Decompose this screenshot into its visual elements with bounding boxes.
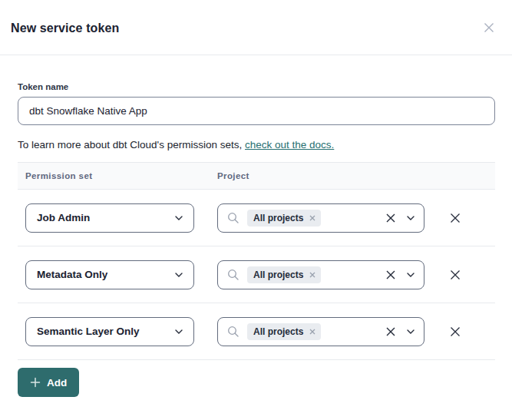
- page-title: New service token: [11, 20, 119, 35]
- project-tag-label: All projects: [253, 270, 303, 280]
- project-multiselect[interactable]: All projects: [217, 203, 424, 233]
- remove-tag-button[interactable]: [309, 215, 315, 221]
- column-header-project: Project: [217, 171, 495, 180]
- search-icon: [227, 269, 239, 281]
- permission-set-select[interactable]: Semantic Layer Only: [25, 317, 194, 346]
- remove-tag-button[interactable]: [309, 272, 315, 278]
- add-row-section: Add: [18, 368, 495, 397]
- permission-set-select[interactable]: Metadata Only: [25, 260, 194, 289]
- table-row: Metadata Only All projects: [18, 246, 495, 303]
- modal-header: New service token: [0, 0, 512, 55]
- clear-selection-button[interactable]: [385, 213, 396, 223]
- docs-link[interactable]: check out the docs.: [245, 139, 334, 150]
- clear-selection-button[interactable]: [385, 326, 396, 337]
- selected-permission-label: Semantic Layer Only: [37, 326, 140, 337]
- permissions-info-text: To learn more about dbt Cloud's permissi…: [18, 139, 495, 150]
- table-header-row: Permission set Project: [18, 162, 495, 190]
- chevron-down-icon: [175, 216, 183, 220]
- selected-permission-label: Job Admin: [37, 212, 90, 223]
- project-tag: All projects: [247, 210, 321, 227]
- search-icon: [227, 326, 239, 338]
- search-icon: [227, 212, 239, 224]
- selected-permission-label: Metadata Only: [37, 269, 107, 280]
- modal-body: Token name To learn more about dbt Cloud…: [0, 82, 512, 397]
- add-button-label: Add: [47, 377, 67, 389]
- remove-row-button[interactable]: [449, 212, 461, 224]
- token-name-label: Token name: [18, 82, 495, 91]
- project-tag: All projects: [247, 323, 321, 340]
- permissions-table: Permission set Project Job Admin All pro: [18, 162, 495, 360]
- remove-row-button[interactable]: [449, 269, 461, 281]
- close-icon: [483, 21, 495, 34]
- new-service-token-modal: New service token Token name To learn mo…: [0, 0, 512, 420]
- permission-set-select[interactable]: Job Admin: [25, 203, 194, 233]
- token-name-input[interactable]: [18, 97, 495, 125]
- chevron-down-icon: [175, 273, 183, 277]
- table-row: Job Admin All projects: [18, 190, 495, 246]
- column-header-permission-set: Permission set: [18, 171, 217, 180]
- chevron-down-icon: [407, 273, 415, 277]
- info-text: To learn more about dbt Cloud's permissi…: [18, 139, 245, 150]
- add-button[interactable]: Add: [18, 368, 79, 397]
- chevron-down-icon: [175, 329, 183, 334]
- remove-tag-button[interactable]: [309, 329, 315, 335]
- project-tag: All projects: [247, 266, 321, 283]
- plus-icon: [30, 377, 41, 388]
- close-button[interactable]: [478, 17, 500, 38]
- chevron-down-icon: [407, 329, 415, 334]
- clear-selection-button[interactable]: [385, 270, 396, 280]
- remove-row-button[interactable]: [449, 326, 461, 338]
- table-row: Semantic Layer Only All projects: [18, 303, 495, 360]
- project-multiselect[interactable]: All projects: [217, 260, 424, 289]
- project-multiselect[interactable]: All projects: [217, 317, 424, 346]
- chevron-down-icon: [407, 216, 415, 220]
- project-tag-label: All projects: [253, 326, 303, 337]
- project-tag-label: All projects: [253, 213, 303, 223]
